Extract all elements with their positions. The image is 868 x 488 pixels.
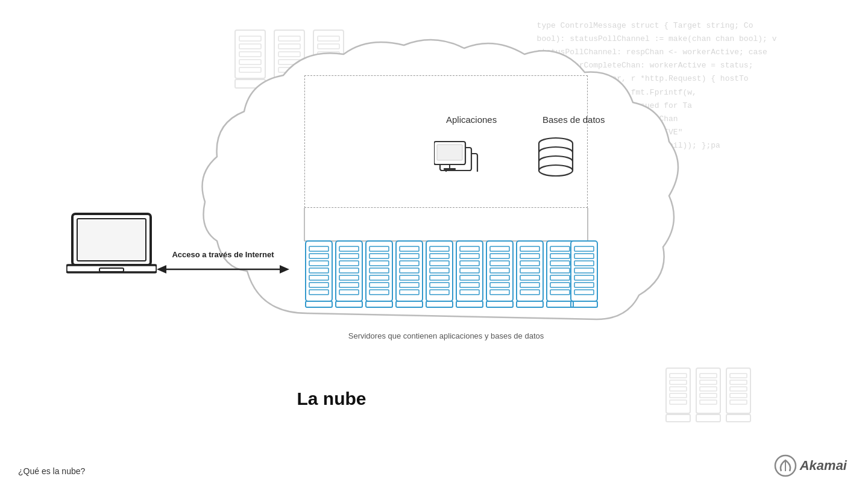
svg-rect-60 (306, 301, 332, 307)
svg-rect-154 (670, 400, 687, 404)
svg-rect-161 (700, 400, 717, 404)
svg-rect-96 (426, 301, 453, 307)
main-title: La nube (0, 389, 663, 409)
svg-rect-168 (730, 400, 747, 404)
svg-rect-69 (336, 301, 362, 307)
main-content: Aplicaciones Bases de datos (0, 0, 868, 488)
svg-rect-151 (670, 380, 687, 384)
svg-point-51 (539, 165, 573, 176)
svg-rect-160 (700, 393, 717, 398)
server-rack-row (304, 238, 600, 310)
svg-rect-87 (396, 301, 423, 307)
svg-rect-159 (700, 387, 717, 391)
svg-rect-152 (670, 387, 687, 391)
database-icon (533, 133, 579, 180)
svg-rect-36 (437, 145, 462, 160)
svg-rect-153 (670, 393, 687, 398)
svg-rect-169 (726, 414, 750, 422)
laptop-icon (66, 211, 157, 286)
databases-label: Bases de datos (542, 114, 605, 125)
svg-rect-166 (730, 387, 747, 391)
cloud-diagram: Aplicaciones Bases de datos (187, 36, 681, 380)
brand-name-text: Akamai (800, 458, 847, 474)
svg-rect-78 (366, 301, 392, 307)
svg-marker-148 (280, 265, 289, 274)
akamai-logo: Akamai (774, 454, 847, 477)
server-description-label: Servidores que contienen aplicaciones y … (304, 331, 588, 340)
svg-marker-147 (157, 265, 166, 274)
svg-rect-123 (517, 301, 543, 307)
svg-rect-141 (571, 301, 597, 307)
svg-rect-114 (486, 301, 513, 307)
svg-rect-143 (77, 219, 146, 261)
internet-access-arrow: Acceso a través de Internet (157, 250, 289, 276)
svg-rect-155 (666, 414, 690, 422)
arrow-label-text: Acceso a través de Internet (172, 250, 274, 259)
svg-rect-167 (730, 393, 747, 398)
svg-rect-157 (700, 374, 717, 378)
svg-rect-158 (700, 380, 717, 384)
applications-label: Aplicaciones (446, 114, 497, 125)
svg-rect-162 (696, 414, 720, 422)
svg-rect-164 (730, 374, 747, 378)
svg-rect-38 (444, 168, 456, 170)
svg-rect-132 (547, 301, 573, 307)
applications-icon (434, 133, 479, 174)
svg-rect-105 (456, 301, 483, 307)
svg-rect-165 (730, 380, 747, 384)
page-subtitle: ¿Qué es la nube? (18, 466, 85, 476)
